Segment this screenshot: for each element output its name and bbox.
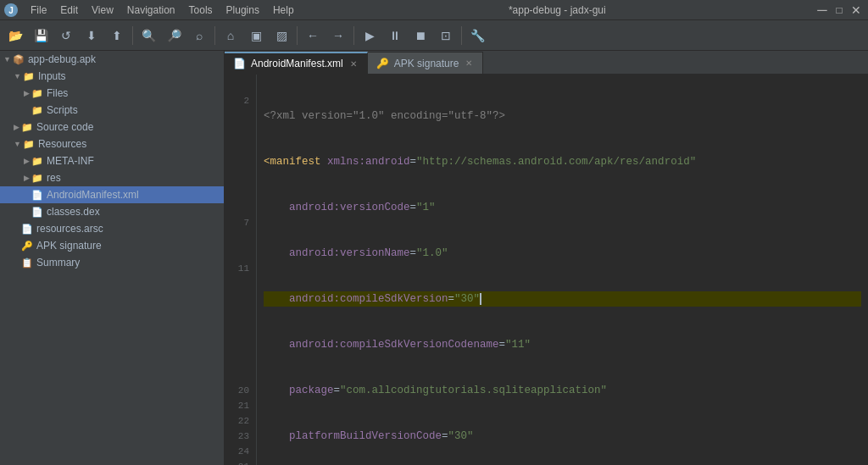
export-button[interactable]: ⬇ <box>80 24 103 47</box>
scripts-label: Scripts <box>47 104 78 116</box>
sidebar-item-classes-dex[interactable]: ▶ 📄 classes.dex <box>0 203 224 220</box>
android-manifest-label: AndroidManifest.xml <box>47 189 139 201</box>
classes-file-icon: 📄 <box>31 207 43 218</box>
tab-android-manifest[interactable]: 📄 AndroidManifest.xml ✕ <box>225 52 368 74</box>
back-button[interactable]: ← <box>301 24 325 47</box>
tab-apk-signature[interactable]: 🔑 APK signature ✕ <box>368 52 484 74</box>
line-num-24: 23 <box>228 429 249 444</box>
line-num-14 <box>228 276 249 291</box>
inputs-arrow: ▼ <box>14 72 21 80</box>
line-numbers: 2 7 11 20 <box>225 75 257 465</box>
apksig-icon: 🔑 <box>21 241 33 252</box>
square2-button[interactable]: ▨ <box>270 24 293 47</box>
sidebar-item-apk-signature[interactable]: ▶ 🔑 APK signature <box>0 237 224 254</box>
code-editor[interactable]: 2 7 11 20 <box>225 75 868 465</box>
tab-apksig-close[interactable]: ✕ <box>464 58 474 69</box>
open-button[interactable]: 📂 <box>3 24 27 47</box>
inputs-label: Inputs <box>38 70 66 82</box>
home-button[interactable]: ⌂ <box>219 24 242 47</box>
line-num-3 <box>228 108 249 124</box>
svg-text:J: J <box>8 6 14 15</box>
sidebar-item-scripts[interactable]: ▶ 📁 Scripts <box>0 102 224 119</box>
code-line-5: android:compileSdkVersion="30" <box>264 291 861 307</box>
tab-apksig-label: APK signature <box>394 58 459 69</box>
files-folder-icon: 📁 <box>31 88 43 99</box>
apk-signature-label: APK signature <box>36 240 102 252</box>
editor-area: 📄 AndroidManifest.xml ✕ 🔑 APK signature … <box>225 51 868 465</box>
sidebar-root[interactable]: ▼ 📦 app-debug.apk <box>0 51 224 68</box>
line-num-8 <box>228 185 249 200</box>
meta-folder-icon: 📁 <box>31 156 43 167</box>
minimize-button[interactable]: ─ <box>814 2 831 19</box>
line-num-19 <box>228 352 249 368</box>
settings-button[interactable]: 🔧 <box>465 24 489 47</box>
code-line-7: package="com.allcodingtutorials.sqliteap… <box>264 383 861 398</box>
line-num-15 <box>228 291 249 307</box>
toolbar-sep3 <box>297 26 298 45</box>
source-code-label: Source code <box>36 121 93 133</box>
code-line-3: android:versionCode="1" <box>264 200 861 215</box>
tab-manifest-label: AndroidManifest.xml <box>251 58 343 69</box>
sidebar-item-resources-arsc[interactable]: ▶ 📄 resources.arsc <box>0 220 224 237</box>
square-button[interactable]: ▣ <box>244 24 268 47</box>
line-num-17 <box>228 322 249 337</box>
close-button[interactable]: ✕ <box>848 2 865 19</box>
menu-plugins[interactable]: Plugins <box>220 3 266 18</box>
menu-tools[interactable]: Tools <box>182 3 220 18</box>
sidebar-item-inputs[interactable]: ▼ 📁 Inputs <box>0 68 224 85</box>
save-button[interactable]: 💾 <box>29 24 53 47</box>
main-layout: ▼ 📦 app-debug.apk ▼ 📁 Inputs ▶ 📁 Files ▶… <box>0 51 868 465</box>
menu-navigation[interactable]: Navigation <box>120 3 182 18</box>
menu-file[interactable]: File <box>24 3 53 18</box>
menu-edit[interactable]: Edit <box>53 3 85 18</box>
line-num-18 <box>228 337 249 352</box>
sidebar-item-meta-inf[interactable]: ▶ 📁 META-INF <box>0 152 224 169</box>
line-num-4 <box>228 124 249 139</box>
menubar: J File Edit View Navigation Tools Plugin… <box>0 0 868 20</box>
zoom-in2-button[interactable]: 🔎 <box>162 24 186 47</box>
zoom-in-button[interactable]: 🔍 <box>136 24 160 47</box>
sidebar-item-resources[interactable]: ▼ 📁 Resources <box>0 136 224 152</box>
code-content: <?xml version="1.0" encoding="utf-8"?> <… <box>257 75 868 465</box>
menu-view[interactable]: View <box>85 3 120 18</box>
apk-icon: 📦 <box>13 54 25 65</box>
forward-button[interactable]: → <box>326 24 350 47</box>
line-num-16 <box>228 307 249 322</box>
line-num-13: 11 <box>228 261 249 276</box>
menu-help[interactable]: Help <box>266 3 301 18</box>
refresh-button[interactable]: ↺ <box>54 24 78 47</box>
sidebar-item-android-manifest[interactable]: ▶ 📄 AndroidManifest.xml <box>0 186 224 203</box>
meta-inf-label: META-INF <box>47 155 94 167</box>
sidebar-item-summary[interactable]: ▶ 📋 Summary <box>0 254 224 271</box>
decompile2-button[interactable]: ⏸ <box>383 24 407 47</box>
sidebar-item-files[interactable]: ▶ 📁 Files <box>0 85 224 102</box>
sidebar-item-res[interactable]: ▶ 📁 res <box>0 169 224 186</box>
toolbar: 📂 💾 ↺ ⬇ ⬆ 🔍 🔎 ⌕ ⌂ ▣ ▨ ← → ▶ ⏸ ⏹ ⊡ 🔧 <box>0 20 868 51</box>
code-line-4: android:versionName="1.0" <box>264 246 861 261</box>
root-label: app-debug.apk <box>28 53 96 65</box>
decompile3-button[interactable]: ⏹ <box>409 24 432 47</box>
code-line-8: platformBuildVersionCode="30" <box>264 429 861 444</box>
line-num-11 <box>228 230 249 246</box>
resources-arrow: ▼ <box>14 140 21 148</box>
toolbar-sep2 <box>214 26 215 45</box>
line-num-21: 20 <box>228 383 249 398</box>
line-num-9 <box>228 200 249 215</box>
tab-manifest-close[interactable]: ✕ <box>348 58 359 69</box>
maximize-button[interactable]: □ <box>831 2 848 19</box>
line-num-25: 24 <box>228 444 249 459</box>
files-arrow: ▶ <box>24 89 30 97</box>
export2-button[interactable]: ⬆ <box>105 24 129 47</box>
line-num-2: 2 <box>228 93 249 108</box>
sidebar-item-source-code[interactable]: ▶ 📁 Source code <box>0 119 224 136</box>
resources-arsc-label: resources.arsc <box>36 223 103 235</box>
meta-arrow: ▶ <box>24 157 30 165</box>
decompile-button[interactable]: ▶ <box>358 24 381 47</box>
line-num-12 <box>228 246 249 261</box>
tab-bar: 📄 AndroidManifest.xml ✕ 🔑 APK signature … <box>225 51 868 75</box>
tab-apksig-icon: 🔑 <box>376 58 389 69</box>
zoom-out-button[interactable]: ⌕ <box>187 24 211 47</box>
tab-manifest-icon: 📄 <box>233 58 246 69</box>
code-line-2: <manifest xmlns:android="http://schemas.… <box>264 154 861 169</box>
stop-button[interactable]: ⊡ <box>434 24 458 47</box>
